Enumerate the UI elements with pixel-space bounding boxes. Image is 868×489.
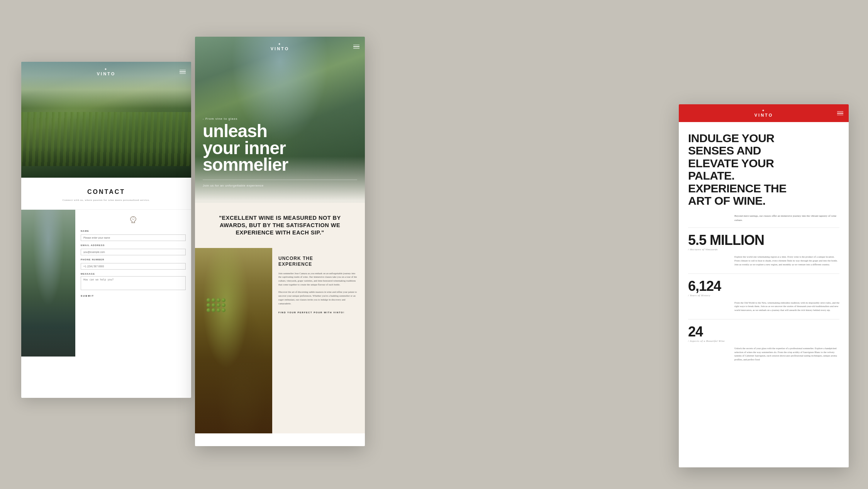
grape-cluster bbox=[207, 267, 230, 312]
contact-title: CONTACT bbox=[31, 188, 182, 195]
stat-label-2: / Aspects of a Beautiful Wine bbox=[688, 340, 839, 343]
phone-input[interactable] bbox=[81, 263, 186, 270]
right-header: ✦ VINTO bbox=[679, 104, 849, 122]
message-label: MESSAGE bbox=[81, 273, 186, 275]
name-field: NAME bbox=[81, 230, 186, 241]
name-input[interactable] bbox=[81, 234, 186, 241]
submit-button[interactable]: SUBMIT bbox=[81, 295, 94, 297]
phone-field: PHONE NUMBER bbox=[81, 258, 186, 270]
form-logo bbox=[81, 216, 186, 225]
card-left: ✦ VINTO CONTACT Connect with us, where p… bbox=[21, 62, 191, 398]
card-right: ✦ VINTO INDULGE YOURSENSES ANDELEVATE YO… bbox=[679, 104, 849, 467]
left-hamburger-icon[interactable] bbox=[180, 70, 186, 74]
center-logo-icon: ✦ bbox=[271, 42, 289, 46]
stat-desc-0: Explore the world one winemaking region … bbox=[688, 255, 839, 266]
message-field: MESSAGE bbox=[81, 273, 186, 292]
stat-block-2: 24 / Aspects of a Beautiful Wine Unlock … bbox=[688, 319, 839, 362]
right-intro-desc: Beyond mere tastings, our classes offer … bbox=[688, 214, 839, 222]
right-logo-icon: ✦ bbox=[754, 109, 773, 112]
left-lower-image bbox=[21, 210, 75, 357]
left-logo-icon: ✦ bbox=[97, 68, 115, 71]
uncork-body: Join sommelier Jose Camara as you embark… bbox=[278, 272, 359, 306]
left-hero-image: ✦ VINTO bbox=[21, 62, 191, 178]
contact-section: CONTACT Connect with us, where passion f… bbox=[21, 178, 191, 210]
right-main-title: INDULGE YOURSENSES ANDELEVATE YOURPALATE… bbox=[688, 132, 839, 207]
stat-desc-1: From the Old World to the New, winemakin… bbox=[688, 301, 839, 312]
contact-subtitle: Connect with us, where passion for wine … bbox=[31, 199, 182, 202]
stat-number-2: 24 bbox=[688, 325, 839, 339]
quote-text: "Excellent wine is measured not by award… bbox=[206, 214, 354, 236]
quote-section: "Excellent wine is measured not by award… bbox=[195, 203, 365, 248]
message-textarea[interactable] bbox=[81, 276, 186, 290]
right-hamburger-icon[interactable] bbox=[837, 111, 843, 115]
form-logo-icon bbox=[129, 216, 138, 224]
center-nav: ✦ VINTO bbox=[195, 42, 365, 51]
stat-number-0: 5.5 MILLION bbox=[688, 233, 839, 247]
phone-label: PHONE NUMBER bbox=[81, 258, 186, 261]
card-center: ✦ VINTO - From vine to glass unleashyour… bbox=[195, 37, 365, 446]
stat-label-1: / Years of History bbox=[688, 294, 839, 297]
center-logo: ✦ VINTO bbox=[271, 42, 289, 51]
email-input[interactable] bbox=[81, 249, 186, 255]
hero-subtitle: Join us for an unforgettable experience bbox=[203, 180, 357, 187]
stage: ✦ VINTO CONTACT Connect with us, where p… bbox=[0, 0, 868, 489]
right-logo: ✦ VINTO bbox=[754, 109, 773, 117]
contact-form: NAME EMAIL ADDRESS PHONE NUMBER MESSAGE … bbox=[75, 210, 191, 357]
stat-number-1: 6,124 bbox=[688, 279, 839, 293]
center-hero-image: ✦ VINTO - From vine to glass unleashyour… bbox=[195, 37, 365, 203]
uncork-content: UNCORK THEEXPERIENCE Join sommelier Jose… bbox=[272, 248, 365, 433]
left-nav: ✦ VINTO bbox=[21, 68, 191, 76]
email-label: EMAIL ADDRESS bbox=[81, 244, 186, 246]
wine-grape-image bbox=[195, 248, 272, 433]
center-hamburger-icon[interactable] bbox=[353, 45, 359, 49]
stat-label-0: / Hectares of Vineyards bbox=[688, 248, 839, 251]
stat-block-1: 6,124 / Years of History From the Old Wo… bbox=[688, 273, 839, 312]
stat-block-0: 5.5 MILLION / Hectares of Vineyards Expl… bbox=[688, 228, 839, 266]
left-lower-section: NAME EMAIL ADDRESS PHONE NUMBER MESSAGE … bbox=[21, 210, 191, 357]
hero-text-overlay: - From vine to glass unleashyour innerso… bbox=[203, 117, 357, 187]
hero-main-title: unleashyour innersommelier bbox=[203, 123, 357, 173]
uncork-title: UNCORK THEEXPERIENCE bbox=[278, 256, 359, 268]
left-logo: ✦ VINTO bbox=[97, 68, 115, 76]
right-content: INDULGE YOURSENSES ANDELEVATE YOURPALATE… bbox=[679, 122, 849, 379]
center-lower-content: UNCORK THEEXPERIENCE Join sommelier Jose… bbox=[195, 248, 365, 433]
uncork-cta: FIND YOUR PERFECT POUR WITH VINTO! bbox=[278, 311, 359, 314]
email-field: EMAIL ADDRESS bbox=[81, 244, 186, 255]
svg-point-0 bbox=[133, 217, 134, 218]
name-label: NAME bbox=[81, 230, 186, 232]
vine-label: - From vine to glass bbox=[203, 117, 357, 121]
stat-desc-2: Unlock the secrets of your glass with th… bbox=[688, 346, 839, 362]
